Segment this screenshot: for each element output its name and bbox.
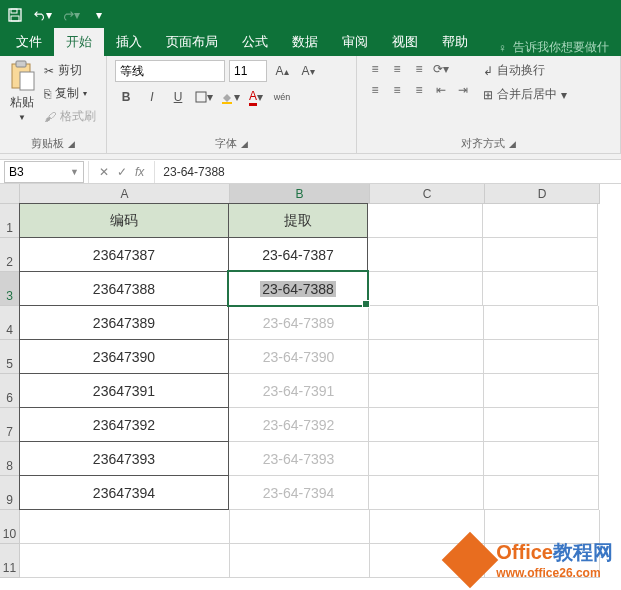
- cell[interactable]: [369, 442, 484, 476]
- enter-icon[interactable]: ✓: [117, 165, 127, 179]
- cell[interactable]: 编码: [19, 203, 229, 238]
- tab-review[interactable]: 审阅: [330, 28, 380, 56]
- tab-data[interactable]: 数据: [280, 28, 330, 56]
- cell-suggestion[interactable]: 23-64-7392: [229, 408, 369, 442]
- cell[interactable]: [230, 510, 370, 544]
- cell[interactable]: 23647388: [19, 271, 229, 306]
- cut-button[interactable]: ✂剪切: [42, 60, 98, 81]
- undo-icon[interactable]: ▾: [34, 6, 52, 24]
- tab-layout[interactable]: 页面布局: [154, 28, 230, 56]
- save-icon[interactable]: [6, 6, 24, 24]
- align-bottom-icon[interactable]: ≡: [409, 60, 429, 78]
- align-top-icon[interactable]: ≡: [365, 60, 385, 78]
- cell-suggestion[interactable]: 23-64-7391: [229, 374, 369, 408]
- tab-home[interactable]: 开始: [54, 28, 104, 56]
- font-color-button[interactable]: A▾: [245, 86, 267, 108]
- cell[interactable]: 23647387: [19, 237, 229, 272]
- cell[interactable]: [368, 238, 483, 272]
- row-header[interactable]: 8: [0, 442, 20, 476]
- indent-increase-icon[interactable]: ⇥: [453, 81, 473, 99]
- cell[interactable]: [369, 476, 484, 510]
- row-header[interactable]: 3: [0, 272, 20, 306]
- fill-color-button[interactable]: ▾: [219, 86, 241, 108]
- italic-button[interactable]: I: [141, 86, 163, 108]
- cancel-icon[interactable]: ✕: [99, 165, 109, 179]
- fx-icon[interactable]: fx: [135, 165, 144, 179]
- cell[interactable]: 23647390: [19, 339, 229, 374]
- row-header[interactable]: 9: [0, 476, 20, 510]
- border-button[interactable]: ▾: [193, 86, 215, 108]
- col-header[interactable]: D: [485, 184, 600, 204]
- cell[interactable]: [484, 374, 599, 408]
- tab-help[interactable]: 帮助: [430, 28, 480, 56]
- tell-me-search[interactable]: ♀ 告诉我你想要做什: [490, 39, 617, 56]
- cell[interactable]: [484, 408, 599, 442]
- redo-icon[interactable]: ▾: [62, 6, 80, 24]
- cell[interactable]: [369, 408, 484, 442]
- align-right-icon[interactable]: ≡: [409, 81, 429, 99]
- cell[interactable]: [230, 544, 370, 578]
- cell[interactable]: 23647392: [19, 407, 229, 442]
- cell[interactable]: 23647394: [19, 475, 229, 510]
- tab-insert[interactable]: 插入: [104, 28, 154, 56]
- font-size-select[interactable]: [229, 60, 267, 82]
- cell[interactable]: 提取: [228, 203, 368, 238]
- cell-suggestion[interactable]: 23-64-7389: [229, 306, 369, 340]
- cell[interactable]: [483, 238, 598, 272]
- cell-suggestion[interactable]: 23-64-7394: [229, 476, 369, 510]
- phonetic-button[interactable]: wén: [271, 86, 293, 108]
- paste-button[interactable]: 粘贴 ▼: [8, 60, 36, 122]
- indent-decrease-icon[interactable]: ⇤: [431, 81, 451, 99]
- tab-view[interactable]: 视图: [380, 28, 430, 56]
- cell[interactable]: [20, 510, 230, 544]
- cell[interactable]: [484, 306, 599, 340]
- cell[interactable]: 23-64-7387: [228, 237, 368, 272]
- align-left-icon[interactable]: ≡: [365, 81, 385, 99]
- cell[interactable]: [369, 340, 484, 374]
- row-header[interactable]: 10: [0, 510, 20, 544]
- bold-button[interactable]: B: [115, 86, 137, 108]
- name-box[interactable]: B3▼: [4, 161, 84, 183]
- merge-center-button[interactable]: ⊞合并后居中▾: [479, 84, 571, 105]
- row-header[interactable]: 6: [0, 374, 20, 408]
- row-header[interactable]: 1: [0, 204, 20, 238]
- cell[interactable]: [483, 204, 598, 238]
- select-all-corner[interactable]: [0, 184, 20, 204]
- orientation-icon[interactable]: ⟳▾: [431, 60, 451, 78]
- align-middle-icon[interactable]: ≡: [387, 60, 407, 78]
- cell[interactable]: 23647389: [19, 305, 229, 340]
- align-center-icon[interactable]: ≡: [387, 81, 407, 99]
- copy-button[interactable]: ⎘复制▾: [42, 83, 98, 104]
- cell[interactable]: [369, 374, 484, 408]
- format-painter-button[interactable]: 🖌格式刷: [42, 106, 98, 127]
- cell[interactable]: [484, 340, 599, 374]
- cell[interactable]: 23647391: [19, 373, 229, 408]
- increase-font-icon[interactable]: A▴: [271, 60, 293, 82]
- cell[interactable]: [484, 476, 599, 510]
- formula-input[interactable]: 23-64-7388: [155, 165, 621, 179]
- decrease-font-icon[interactable]: A▾: [297, 60, 319, 82]
- tab-formula[interactable]: 公式: [230, 28, 280, 56]
- cell[interactable]: [484, 442, 599, 476]
- underline-button[interactable]: U: [167, 86, 189, 108]
- row-header[interactable]: 7: [0, 408, 20, 442]
- cell[interactable]: [20, 544, 230, 578]
- cell[interactable]: [368, 204, 483, 238]
- cell[interactable]: 23647393: [19, 441, 229, 476]
- cell[interactable]: [369, 306, 484, 340]
- customize-qat-icon[interactable]: ▾: [90, 6, 108, 24]
- cell-suggestion[interactable]: 23-64-7390: [229, 340, 369, 374]
- row-header[interactable]: 5: [0, 340, 20, 374]
- row-header[interactable]: 2: [0, 238, 20, 272]
- col-header[interactable]: A: [20, 184, 230, 204]
- cell[interactable]: [368, 272, 483, 306]
- cell-selected[interactable]: 23-64-7388: [228, 271, 368, 306]
- col-header[interactable]: B: [230, 184, 370, 204]
- wrap-text-button[interactable]: ↲自动换行: [479, 60, 571, 81]
- col-header[interactable]: C: [370, 184, 485, 204]
- cell-suggestion[interactable]: 23-64-7393: [229, 442, 369, 476]
- cell[interactable]: [483, 272, 598, 306]
- font-name-select[interactable]: [115, 60, 225, 82]
- row-header[interactable]: 11: [0, 544, 20, 578]
- row-header[interactable]: 4: [0, 306, 20, 340]
